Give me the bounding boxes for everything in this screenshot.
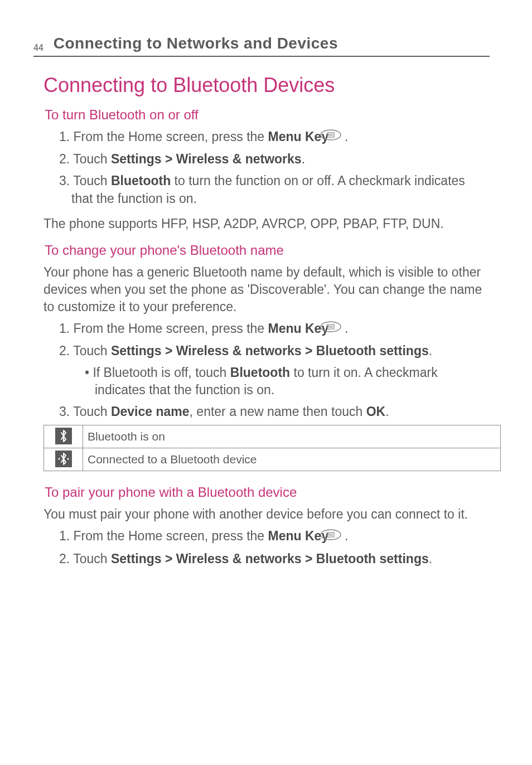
text: 2. Touch	[59, 152, 111, 166]
step-text: 1. From the Home screen, press the Menu …	[71, 128, 490, 146]
bluetooth-on-icon	[55, 428, 72, 444]
step-text: 2. Touch Settings > Wireless & networks …	[71, 550, 490, 568]
text: 3. Touch	[59, 173, 111, 188]
bluetooth-connected-icon	[55, 451, 72, 467]
svg-point-0	[321, 130, 341, 140]
step-text: 3. Touch Bluetooth to turn the function …	[71, 172, 490, 207]
svg-rect-5	[327, 325, 334, 329]
text: , enter a new name then touch	[190, 404, 366, 419]
svg-point-9	[67, 458, 69, 460]
text: 2. Touch	[59, 551, 111, 566]
bluetooth-label: Bluetooth	[230, 365, 290, 380]
icon-cell	[44, 425, 83, 448]
settings-path: Settings > Wireless & networks > Bluetoo…	[111, 343, 429, 358]
text: .	[341, 129, 349, 144]
sub-bullet: • If Bluetooth is off, touch Bluetooth t…	[95, 364, 490, 399]
settings-path: Settings > Wireless & networks	[111, 152, 302, 166]
svg-point-8	[58, 458, 60, 460]
section-heading-turn-on-off: To turn Bluetooth on or off	[45, 107, 490, 123]
main-title: Connecting to Bluetooth Devices	[43, 74, 490, 97]
svg-point-4	[321, 322, 341, 332]
status-text: Bluetooth is on	[83, 425, 501, 448]
section-intro: Your phone has a generic Bluetooth name …	[43, 264, 490, 316]
supported-profiles-note: The phone supports HFP, HSP, A2DP, AVRCP…	[43, 215, 490, 233]
text: .	[385, 404, 389, 419]
text: 2. Touch	[59, 343, 111, 358]
page-container: 44 Connecting to Networks and Devices Co…	[0, 0, 532, 606]
status-text: Connected to a Bluetooth device	[83, 448, 501, 471]
text: .	[341, 321, 349, 336]
step-text: 1. From the Home screen, press the Menu …	[71, 320, 490, 338]
settings-path: Settings > Wireless & networks > Bluetoo…	[111, 551, 429, 566]
svg-point-10	[321, 530, 341, 540]
text: 1. From the Home screen, press the	[59, 129, 268, 144]
table-row: Connected to a Bluetooth device	[44, 448, 501, 471]
text: .	[429, 343, 432, 358]
page-number: 44	[33, 43, 43, 53]
bluetooth-status-table: Bluetooth is on Connected to a Bluetooth…	[43, 425, 501, 471]
step-text: 3. Touch Device name, enter a new name t…	[71, 403, 490, 420]
svg-rect-11	[327, 532, 334, 537]
text: 1. From the Home screen, press the	[59, 529, 268, 543]
menu-key-icon	[332, 527, 341, 545]
bluetooth-label: Bluetooth	[111, 173, 171, 188]
text: .	[429, 551, 432, 566]
section-heading-pair: To pair your phone with a Bluetooth devi…	[45, 485, 490, 500]
section-heading-change-name: To change your phone's Bluetooth name	[45, 243, 490, 258]
menu-key-icon	[332, 128, 341, 145]
menu-key-icon	[332, 319, 341, 337]
text: • If Bluetooth is off, touch	[85, 365, 230, 380]
text: 3. Touch	[59, 404, 111, 419]
page-header: 44 Connecting to Networks and Devices	[33, 35, 490, 57]
step-text: 1. From the Home screen, press the Menu …	[71, 527, 490, 545]
icon-cell	[44, 448, 83, 471]
step-text: 2. Touch Settings > Wireless & networks.	[71, 151, 490, 168]
section-intro: You must pair your phone with another de…	[43, 506, 490, 523]
svg-rect-1	[327, 133, 334, 137]
chapter-title: Connecting to Networks and Devices	[54, 35, 338, 52]
text: .	[302, 152, 305, 166]
table-row: Bluetooth is on	[44, 425, 501, 448]
step-text: 2. Touch Settings > Wireless & networks …	[71, 342, 490, 360]
text: .	[341, 529, 349, 543]
device-name-label: Device name	[111, 404, 190, 419]
text: 1. From the Home screen, press the	[59, 321, 268, 336]
ok-label: OK	[366, 404, 386, 419]
